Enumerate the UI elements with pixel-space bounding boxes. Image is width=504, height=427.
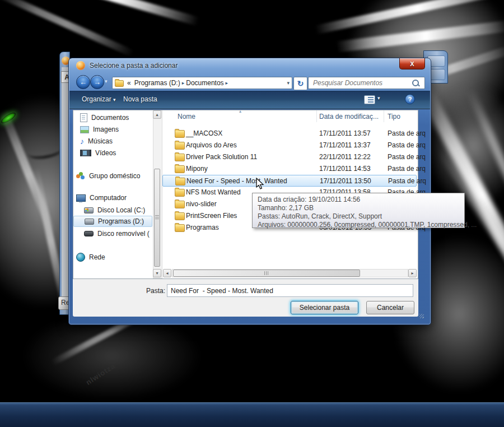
file-name: nivo-slider [186, 200, 217, 208]
new-folder-button[interactable]: Nova pasta [123, 95, 157, 103]
wallpaper-lips [27, 142, 63, 161]
forward-icon: → [94, 78, 101, 86]
breadcrumb-overflow[interactable]: « [127, 79, 131, 87]
scroll-left-icon: ◂ [166, 271, 168, 276]
music-icon: ♪ [80, 138, 84, 145]
sidebar-item-grupo-domestico[interactable]: Grupo doméstico [76, 170, 152, 182]
column-separator[interactable] [384, 110, 384, 122]
network-icon [76, 253, 85, 262]
file-type: Pasta de arq [388, 153, 426, 161]
history-dropdown[interactable]: ▾ [105, 78, 108, 84]
wallpaper-streak [315, 0, 504, 34]
nav-scroll-up-button[interactable]: ▴ [153, 110, 161, 119]
folder-icon [175, 212, 185, 220]
scrollbar-grip [264, 271, 269, 275]
organize-menu[interactable]: Organizar ▾ [82, 95, 116, 103]
nav-scrollbar-thumb[interactable] [154, 169, 160, 267]
column-separator[interactable] [316, 110, 317, 122]
file-name: PrintScreen Files [186, 212, 237, 220]
forward-button[interactable]: → [90, 75, 104, 89]
file-name: NFS Most Wanted [186, 188, 241, 196]
search-box[interactable] [308, 77, 425, 89]
file-name: Arquivos do Ares [186, 141, 237, 149]
breadcrumb[interactable]: « Programas (D:) ▸ Documentos ▸ ▾ [112, 77, 292, 89]
tooltip-creation-date: Data da criação: 19/10/2011 14:56 [258, 196, 459, 204]
file-date: 17/11/2011 13:57 [319, 129, 371, 137]
sidebar-item-label: Disco Local (C:) [97, 206, 145, 214]
sidebar-item-label: Grupo doméstico [89, 172, 140, 180]
file-type: Pasta de arq [388, 165, 426, 173]
mouse-cursor [256, 178, 265, 190]
table-row[interactable]: Arquivos do Ares 17/11/2011 13:37 Pasta … [162, 140, 417, 151]
sidebar-item-label: Vídeos [95, 149, 116, 157]
scroll-right-button[interactable]: ▸ [408, 269, 417, 277]
videos-icon [80, 150, 91, 156]
breadcrumb-item-programas-d[interactable]: Programas (D:) [134, 79, 180, 87]
wallpaper-streak [0, 0, 135, 57]
breadcrumb-item-documentos[interactable]: Documentos [186, 79, 223, 87]
close-icon: X [410, 61, 414, 67]
file-name: Programas [186, 224, 219, 231]
file-date: 17/11/2011 13:37 [319, 141, 371, 149]
tooltip-size: Tamanho: 2,17 GB [258, 204, 459, 212]
scroll-right-icon: ▸ [411, 271, 413, 276]
file-name: Mipony [186, 165, 208, 173]
sidebar-item-label: Computador [90, 194, 127, 202]
sidebar-item-computador[interactable]: Computador [76, 192, 152, 203]
scroll-left-button[interactable]: ◂ [163, 269, 171, 277]
h-scrollbar-thumb[interactable] [173, 270, 360, 277]
view-selector-icon[interactable] [364, 95, 375, 104]
column-header-data[interactable]: Data de modificaç... [319, 113, 379, 120]
cancel-button[interactable]: Cancelar [366, 301, 414, 314]
sidebar-item-imagens[interactable]: Imagens [80, 124, 152, 135]
column-header-nome[interactable]: Nome [178, 113, 195, 120]
sidebar-item-documentos[interactable]: Documentos [80, 112, 152, 123]
select-folder-button[interactable]: Selecionar pasta [291, 301, 358, 314]
homegroup-icon [76, 172, 85, 180]
folder-icon [175, 154, 185, 161]
table-row[interactable]: Mipony 17/11/2011 14:53 Pasta de arq [162, 163, 417, 175]
folder-icon [175, 224, 185, 232]
scroll-down-icon: ▾ [156, 271, 158, 276]
folder-icon [175, 201, 185, 208]
table-row[interactable]: Driver Pack Slolution 11 22/11/2011 12:2… [162, 151, 417, 163]
folder-name-input[interactable] [167, 284, 413, 297]
sidebar-item-label: Imagens [93, 126, 119, 133]
sidebar-item-disco-local-c[interactable]: Disco Local (C:) [84, 205, 152, 216]
sidebar-item-label: Documentos [91, 114, 129, 122]
background-window-left-inner [62, 67, 68, 298]
file-type: Pasta de arq [388, 141, 426, 149]
sidebar-item-label: Disco removível ( [97, 230, 150, 238]
chevron-right-icon[interactable]: ▸ [180, 80, 186, 86]
pictures-icon [80, 126, 89, 133]
sort-ascending-icon: ▴ [239, 109, 241, 114]
resize-grip[interactable] [419, 314, 424, 318]
file-date: 17/11/2011 14:53 [319, 165, 371, 173]
column-header-tipo[interactable]: Tipo [388, 113, 400, 120]
help-button[interactable]: ? [405, 94, 415, 104]
sidebar-item-programas-d[interactable]: Programas (D:) [73, 216, 152, 227]
folder-info-tooltip: Data da criação: 19/10/2011 14:56 Tamanh… [252, 193, 465, 228]
tooltip-folders: Pastas: AutoRun, Crack, DirectX, Support [258, 212, 459, 221]
search-icon[interactable] [412, 80, 419, 86]
view-selector-dropdown[interactable]: ▾ [377, 95, 380, 101]
sidebar-item-rede[interactable]: Rede [76, 252, 152, 263]
table-row-selected[interactable]: Need For - Speed - Most. Wanted 17/11/20… [162, 175, 417, 187]
local-disk-icon [84, 207, 94, 214]
chevron-down-icon: ▾ [105, 78, 108, 84]
computer-icon [76, 194, 86, 202]
back-button[interactable]: ← [76, 75, 90, 89]
sidebar-item-videos[interactable]: Vídeos [80, 147, 152, 159]
close-button[interactable]: X [399, 58, 425, 69]
scrollbar-grip [155, 215, 159, 220]
table-row[interactable]: __MACOSX 17/11/2011 13:57 Pasta de arq [162, 128, 417, 140]
refresh-button[interactable]: ↻ [293, 77, 307, 90]
removable-disk-icon [84, 231, 94, 236]
chevron-right-icon[interactable]: ▸ [224, 80, 230, 86]
nav-scroll-down-button[interactable]: ▾ [153, 269, 161, 277]
breadcrumb-dropdown[interactable]: ▾ [287, 80, 290, 86]
sidebar-item-musicas[interactable]: ♪ Músicas [80, 136, 152, 147]
search-input[interactable] [312, 78, 412, 87]
file-type: Pasta de arq [388, 129, 426, 137]
sidebar-item-disco-removivel[interactable]: Disco removível ( [84, 228, 152, 239]
